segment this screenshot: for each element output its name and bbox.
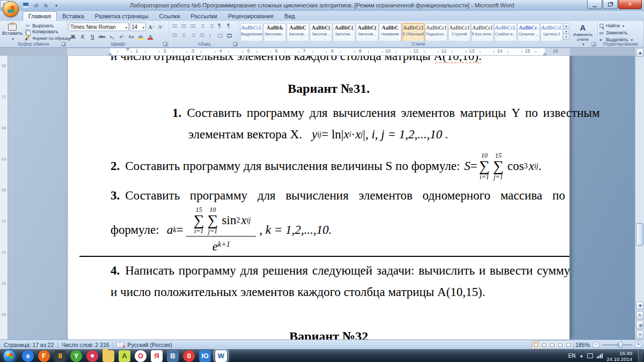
justify-button[interactable] — [198, 32, 206, 40]
explorer-folder-icon[interactable] — [103, 350, 114, 362]
redo-button[interactable] — [42, 2, 50, 10]
page-indicator[interactable]: Страница: 17 из 22 — [0, 342, 57, 348]
numbering-button[interactable] — [180, 23, 188, 31]
fullscreen-view-button[interactable] — [540, 341, 548, 349]
style-chip-10[interactable]: AaBbCcIСтрогий — [448, 23, 471, 41]
tray-expand-icon[interactable]: ▲ — [580, 353, 584, 358]
scroll-down-button[interactable] — [636, 301, 643, 310]
zoom-level[interactable]: 185% — [575, 342, 590, 348]
bold-button[interactable]: Ж — [69, 32, 77, 41]
align-center-button[interactable] — [180, 32, 188, 40]
minimize-button[interactable]: ▁ — [587, 0, 602, 9]
left-indent-marker[interactable] — [108, 53, 112, 55]
increase-indent-button[interactable] — [207, 23, 215, 31]
clock[interactable]: 15:40 24.10.2014 — [606, 350, 634, 362]
zoom-slider-thumb[interactable] — [619, 342, 623, 348]
office-button[interactable] — [3, 1, 19, 17]
change-case-button[interactable]: Aa — [127, 32, 135, 41]
horizontal-ruler[interactable]: 12345678910111213141516 — [0, 48, 635, 56]
paragraph-dialog-launcher[interactable] — [233, 42, 238, 47]
style-chip-14[interactable]: AaBbCcLЦитата 2 — [540, 23, 563, 41]
superscript-button[interactable]: x² — [117, 32, 126, 41]
red-media-app-icon[interactable]: ♥ — [86, 350, 98, 362]
language-indicator[interactable]: Русский (Россия) — [123, 342, 175, 348]
signal-bars-icon[interactable] — [597, 353, 603, 358]
grow-font-button[interactable]: A˄ — [147, 23, 156, 31]
internet-explorer-icon[interactable]: e — [22, 350, 34, 362]
outline-view-button[interactable] — [557, 341, 565, 349]
network-monitor-icon[interactable] — [587, 353, 593, 358]
vertical-ruler[interactable]: 161718192021222324 — [0, 56, 8, 339]
show-desktop-button[interactable] — [638, 350, 643, 362]
decrease-indent-button[interactable] — [198, 23, 206, 31]
font-dialog-launcher[interactable] — [163, 42, 168, 47]
zoom-out-button[interactable]: − — [592, 341, 599, 348]
italic-button[interactable]: К — [78, 32, 87, 41]
sort-button[interactable] — [216, 23, 224, 31]
tab-7[interactable]: Вид — [279, 12, 301, 21]
scrollbar-track[interactable] — [635, 57, 644, 301]
styles-scroll-down-button[interactable]: ▼ — [563, 29, 569, 34]
style-chip-3[interactable]: AaBbCЗаголов... — [287, 23, 309, 41]
save-button[interactable] — [21, 2, 30, 10]
spellcheck-status-icon[interactable] — [116, 342, 123, 348]
styles-scroll-up-button[interactable]: ▲ — [563, 23, 569, 28]
previous-page-button[interactable] — [636, 311, 643, 320]
clipboard-dialog-launcher[interactable] — [61, 42, 66, 47]
tab-1[interactable]: Главная — [23, 11, 57, 21]
style-chip-4[interactable]: AaBbC(Заголов... — [310, 23, 332, 41]
paste-button[interactable]: Вставить — [2, 23, 23, 42]
next-page-button[interactable] — [636, 330, 643, 339]
style-chip-12[interactable]: AaBbCcLСлабое в... — [494, 23, 517, 41]
web-layout-view-button[interactable] — [548, 341, 557, 349]
yandex-browser-icon[interactable]: Я — [151, 350, 163, 362]
tab-5[interactable]: Рассылки — [185, 12, 222, 21]
restore-button[interactable] — [603, 0, 618, 9]
print-layout-view-button[interactable] — [532, 341, 540, 349]
tab-6[interactable]: Рецензирование — [223, 12, 279, 21]
close-button[interactable]: ✕ — [618, 0, 642, 9]
undo-button[interactable] — [32, 2, 40, 10]
start-button[interactable] — [3, 349, 17, 362]
first-line-indent-marker[interactable] — [126, 48, 130, 51]
zoom-slider[interactable] — [602, 344, 632, 345]
style-chip-1[interactable]: AaBbCcLВыделение — [240, 23, 263, 41]
tab-2[interactable]: Вставка — [57, 12, 90, 21]
style-chip-2[interactable]: AaBbЬЗаголово... — [264, 23, 286, 41]
highlight-color-button[interactable]: ab — [136, 32, 145, 41]
word-document-icon[interactable]: W — [215, 350, 227, 362]
firefox-icon[interactable]: F — [38, 350, 50, 362]
document-area[interactable]: и число отрицательных элементов каждого … — [8, 56, 635, 339]
zoom-in-button[interactable]: + — [635, 341, 642, 348]
vertical-scrollbar[interactable] — [635, 48, 644, 339]
scroll-up-button[interactable] — [636, 48, 643, 57]
select-browse-object-button[interactable] — [636, 321, 643, 329]
draft-view-button[interactable] — [565, 341, 573, 349]
font-family-combo[interactable]: Times New Roman — [69, 23, 129, 31]
change-styles-button[interactable]: Изменить стили — [569, 22, 596, 41]
font-size-combo[interactable]: 14 — [130, 23, 146, 31]
tab-3[interactable]: Разметка страницы — [90, 12, 154, 21]
subscript-button[interactable]: x₂ — [107, 32, 116, 41]
shrink-font-button[interactable]: A˅ — [157, 23, 165, 31]
word-count[interactable]: Число слов: 2 316 — [58, 342, 113, 348]
style-chip-7[interactable]: AaBbCНазвание — [379, 23, 401, 41]
style-chip-6[interactable]: AaBbC(Заголов... — [356, 23, 378, 41]
password-manager-icon[interactable]: 8 — [54, 350, 66, 362]
qat-customize-button[interactable] — [52, 2, 61, 10]
style-chip-5[interactable]: AaBbC(Заголов... — [333, 23, 355, 41]
style-chip-11[interactable]: AaBbCcI¶ Без инте... — [471, 23, 494, 41]
replace-button[interactable]: Заменить — [599, 29, 642, 36]
underline-button[interactable]: Ч — [88, 32, 97, 41]
find-button[interactable]: Найти — [599, 23, 642, 29]
green-messenger-icon[interactable]: Y — [70, 350, 82, 362]
strikethrough-button[interactable]: abc — [98, 32, 106, 41]
borders-button[interactable] — [225, 32, 233, 40]
align-left-button[interactable] — [171, 32, 179, 40]
styles-more-button[interactable]: ▼ — [563, 34, 569, 40]
style-chip-9[interactable]: AaBbCcIПодзагол... — [425, 23, 448, 41]
show-paragraph-marks-button[interactable] — [225, 23, 233, 31]
multilevel-list-button[interactable] — [189, 23, 197, 31]
vkontakte-icon[interactable]: В — [167, 350, 179, 362]
align-right-button[interactable] — [189, 32, 197, 40]
